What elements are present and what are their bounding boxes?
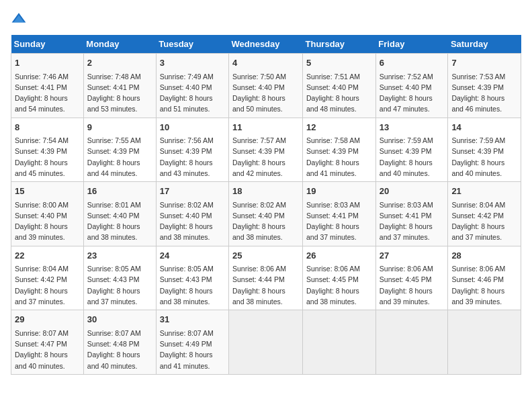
day-number: 31 [160,313,225,326]
header-thursday: Thursday [303,35,376,54]
calendar-cell: 28Sunrise: 8:06 AMSunset: 4:46 PMDayligh… [448,246,521,310]
calendar-header-row: SundayMondayTuesdayWednesdayThursdayFrid… [11,35,521,54]
day-info: Sunrise: 7:58 AMSunset: 4:39 PMDaylight:… [306,135,372,179]
calendar-cell [375,310,448,375]
calendar-cell: 13Sunrise: 7:59 AMSunset: 4:39 PMDayligh… [375,118,448,182]
day-info: Sunrise: 8:05 AMSunset: 4:43 PMDaylight:… [160,263,225,307]
logo [11,11,30,27]
day-info: Sunrise: 8:04 AMSunset: 4:42 PMDaylight:… [451,199,517,243]
day-info: Sunrise: 8:05 AMSunset: 4:43 PMDaylight:… [87,263,152,307]
calendar-cell: 10Sunrise: 7:56 AMSunset: 4:39 PMDayligh… [156,118,228,182]
calendar-cell: 25Sunrise: 8:06 AMSunset: 4:44 PMDayligh… [229,246,303,310]
calendar-cell: 22Sunrise: 8:04 AMSunset: 4:42 PMDayligh… [11,246,84,310]
day-info: Sunrise: 7:56 AMSunset: 4:39 PMDaylight:… [160,135,225,179]
calendar-cell: 21Sunrise: 8:04 AMSunset: 4:42 PMDayligh… [448,182,521,246]
header-monday: Monday [83,35,156,54]
calendar-cell: 27Sunrise: 8:06 AMSunset: 4:45 PMDayligh… [375,246,448,310]
day-number: 5 [306,56,372,70]
calendar-week-row: 8Sunrise: 7:54 AMSunset: 4:39 PMDaylight… [11,118,521,182]
calendar-cell: 14Sunrise: 7:59 AMSunset: 4:39 PMDayligh… [448,118,521,182]
day-number: 6 [380,56,445,70]
day-info: Sunrise: 7:46 AMSunset: 4:41 PMDaylight:… [15,71,80,115]
calendar-cell: 20Sunrise: 8:03 AMSunset: 4:41 PMDayligh… [375,182,448,246]
calendar-cell: 30Sunrise: 8:07 AMSunset: 4:48 PMDayligh… [83,310,156,375]
calendar-cell: 11Sunrise: 7:57 AMSunset: 4:39 PMDayligh… [229,118,303,182]
day-info: Sunrise: 7:51 AMSunset: 4:40 PMDaylight:… [306,71,372,115]
calendar-week-row: 1Sunrise: 7:46 AMSunset: 4:41 PMDaylight… [11,54,521,118]
page-header [11,11,521,27]
calendar-cell: 8Sunrise: 7:54 AMSunset: 4:39 PMDaylight… [11,118,84,182]
day-info: Sunrise: 8:02 AMSunset: 4:40 PMDaylight:… [232,199,299,243]
day-info: Sunrise: 8:06 AMSunset: 4:46 PMDaylight:… [451,263,517,307]
day-info: Sunrise: 8:00 AMSunset: 4:40 PMDaylight:… [15,199,80,243]
header-saturday: Saturday [448,35,521,54]
day-number: 9 [87,121,152,134]
day-number: 10 [160,121,225,134]
day-number: 15 [15,185,80,198]
day-number: 8 [15,121,80,134]
day-info: Sunrise: 8:02 AMSunset: 4:40 PMDaylight:… [160,199,225,243]
day-number: 24 [160,249,225,263]
header-tuesday: Tuesday [156,35,228,54]
calendar-week-row: 15Sunrise: 8:00 AMSunset: 4:40 PMDayligh… [11,182,521,246]
day-number: 12 [306,121,372,134]
day-number: 7 [451,56,517,70]
day-info: Sunrise: 8:06 AMSunset: 4:45 PMDaylight:… [380,263,445,307]
day-info: Sunrise: 8:07 AMSunset: 4:48 PMDaylight:… [87,328,152,371]
calendar-cell: 24Sunrise: 8:05 AMSunset: 4:43 PMDayligh… [156,246,228,310]
day-number: 21 [451,185,517,198]
day-number: 18 [232,185,299,198]
calendar-cell: 15Sunrise: 8:00 AMSunset: 4:40 PMDayligh… [11,182,84,246]
day-number: 25 [232,249,299,263]
day-number: 1 [15,56,80,70]
day-info: Sunrise: 8:06 AMSunset: 4:45 PMDaylight:… [306,263,372,307]
calendar-cell: 5Sunrise: 7:51 AMSunset: 4:40 PMDaylight… [303,54,376,118]
calendar-cell [448,310,521,375]
day-info: Sunrise: 8:03 AMSunset: 4:41 PMDaylight:… [380,199,445,243]
calendar-cell: 2Sunrise: 7:48 AMSunset: 4:41 PMDaylight… [83,54,156,118]
day-number: 22 [15,249,80,263]
day-info: Sunrise: 8:07 AMSunset: 4:49 PMDaylight:… [160,328,225,371]
header-wednesday: Wednesday [229,35,303,54]
day-number: 23 [87,249,152,263]
calendar-week-row: 29Sunrise: 8:07 AMSunset: 4:47 PMDayligh… [11,310,521,375]
day-info: Sunrise: 8:03 AMSunset: 4:41 PMDaylight:… [306,199,372,243]
day-number: 4 [232,56,299,70]
day-info: Sunrise: 8:06 AMSunset: 4:44 PMDaylight:… [232,263,299,307]
day-info: Sunrise: 7:50 AMSunset: 4:40 PMDaylight:… [232,71,299,115]
day-info: Sunrise: 7:59 AMSunset: 4:39 PMDaylight:… [451,135,517,179]
day-number: 19 [306,185,372,198]
calendar-cell: 12Sunrise: 7:58 AMSunset: 4:39 PMDayligh… [303,118,376,182]
calendar-cell: 4Sunrise: 7:50 AMSunset: 4:40 PMDaylight… [229,54,303,118]
calendar-cell: 26Sunrise: 8:06 AMSunset: 4:45 PMDayligh… [303,246,376,310]
day-info: Sunrise: 7:49 AMSunset: 4:40 PMDaylight:… [160,71,225,115]
day-number: 29 [15,313,80,326]
day-info: Sunrise: 7:57 AMSunset: 4:39 PMDaylight:… [232,135,299,179]
day-number: 30 [87,313,152,326]
header-sunday: Sunday [11,35,84,54]
calendar-cell: 31Sunrise: 8:07 AMSunset: 4:49 PMDayligh… [156,310,228,375]
calendar-cell: 3Sunrise: 7:49 AMSunset: 4:40 PMDaylight… [156,54,228,118]
day-number: 27 [380,249,445,263]
day-number: 2 [87,56,152,70]
calendar-week-row: 22Sunrise: 8:04 AMSunset: 4:42 PMDayligh… [11,246,521,310]
day-number: 28 [451,249,517,263]
day-info: Sunrise: 7:48 AMSunset: 4:41 PMDaylight:… [87,71,152,115]
day-info: Sunrise: 7:55 AMSunset: 4:39 PMDaylight:… [87,135,152,179]
day-info: Sunrise: 8:07 AMSunset: 4:47 PMDaylight:… [15,328,80,371]
day-info: Sunrise: 8:01 AMSunset: 4:40 PMDaylight:… [87,199,152,243]
calendar-cell: 9Sunrise: 7:55 AMSunset: 4:39 PMDaylight… [83,118,156,182]
day-info: Sunrise: 7:54 AMSunset: 4:39 PMDaylight:… [15,135,80,179]
day-info: Sunrise: 7:52 AMSunset: 4:40 PMDaylight:… [380,71,445,115]
day-number: 20 [380,185,445,198]
header-friday: Friday [375,35,448,54]
calendar-table: SundayMondayTuesdayWednesdayThursdayFrid… [11,35,521,375]
day-number: 11 [232,121,299,134]
day-info: Sunrise: 8:04 AMSunset: 4:42 PMDaylight:… [15,263,80,307]
day-number: 3 [160,56,225,70]
day-number: 26 [306,249,372,263]
calendar-cell: 1Sunrise: 7:46 AMSunset: 4:41 PMDaylight… [11,54,84,118]
day-number: 17 [160,185,225,198]
calendar-cell: 23Sunrise: 8:05 AMSunset: 4:43 PMDayligh… [83,246,156,310]
calendar-cell [229,310,303,375]
